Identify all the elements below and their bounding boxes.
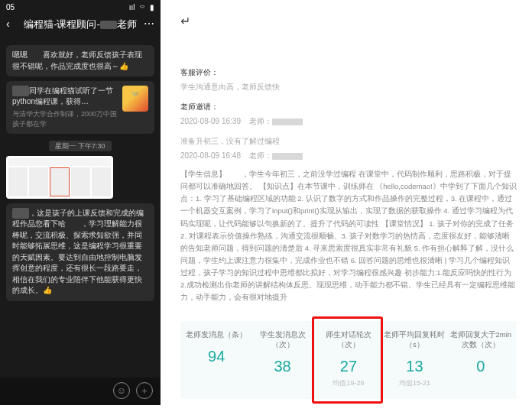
message-list: 嗯嗯 喜欢就好，老师反馈孩子表现很不错呢，作品完成度也很高～👍 xx同学在编程猫… [0, 37, 161, 378]
stat-sub: 均值15-21 [381, 378, 447, 388]
wifi-icon: ⌔ [140, 3, 144, 11]
chat-bubble[interactable]: 嗯嗯 喜欢就好，老师反馈孩子表现很不错呢，作品完成度也很高～👍 [6, 45, 154, 76]
stat-value: 38 [249, 358, 315, 375]
emoji-button[interactable]: ☺ [113, 382, 130, 399]
note-line-1: 准备升初三，没有了解过编程 [180, 135, 517, 148]
smile-icon: ☺ [117, 385, 126, 396]
chat-title-prefix: 编程猫-课程顾问- [24, 18, 100, 30]
stat-value: 13 [381, 358, 447, 375]
stat-head: 师生对话轮次（次） [316, 330, 381, 350]
phone-status-bar: 05 ııl ⌔ ▮ [0, 0, 161, 13]
image-message[interactable] [6, 156, 113, 199]
chat-title-suffix: 老师 [117, 18, 137, 30]
shared-link-card[interactable]: xx同学在编程猫试听了一节 python编程课，获得… 与清华大学合作制课，20… [6, 81, 154, 134]
customer-review-section: 客服评价： 学生沟通意向高，老师反馈快 [180, 67, 517, 93]
teacher-report-panel: ↵ 客服评价： 学生沟通意向高，老师反馈快 老师邀请： 2020-08-09 1… [161, 0, 532, 412]
note-time: 2020-08-09 16:48 [180, 151, 241, 160]
stat-head: 老师发消息（条） [183, 330, 249, 340]
teacher-label: 老师： [249, 151, 272, 160]
chat-input-bar: ☺ ＋ [0, 378, 161, 405]
feedback-paragraph: 【学生信息】 ，学生今年初三，之前没学过编程 在课堂中，代码制作顺利，思路积极，… [180, 168, 517, 304]
stat-cell: 老师发消息（条） 94 [183, 330, 249, 388]
redacted-name: xx [12, 86, 29, 96]
teacher-label: 老师： [249, 117, 272, 125]
invite-label: 老师邀请： [180, 102, 219, 111]
review-label: 客服评价： [180, 68, 219, 76]
redacted-name [272, 153, 303, 160]
stat-head: 学生发消息次（次） [249, 330, 315, 350]
status-time: 05 [6, 3, 15, 11]
chat-header: ‹ 编程猫-课程顾问-xx老师 ⋯ [0, 13, 161, 37]
bubble-text: ，这是孩子的上课反馈和完成的编程作品您看下哈 ，学习理解能力很棒呢，交流积极、探… [12, 209, 144, 295]
stat-value: 0 [448, 358, 514, 375]
review-text: 学生沟通意向高，老师反馈快 [180, 81, 517, 93]
stat-head: 老师回复大于2min次数（次） [448, 330, 514, 350]
stat-value: 94 [183, 348, 249, 365]
status-icons: ııl ⌔ ▮ [126, 3, 154, 11]
redacted-name [272, 118, 303, 125]
more-icon[interactable]: ⋯ [144, 18, 154, 30]
stat-cell: 老师平均回复耗时（s） 13 均值15-21 [381, 330, 447, 388]
chat-bubble[interactable]: xx，这是孩子的上课反馈和完成的编程作品您看下哈 ，学习理解能力很棒呢，交流积极… [6, 203, 154, 301]
medal-icon: 🏅 [122, 86, 148, 112]
invite-time: 2020-08-09 16:39 [180, 117, 241, 125]
plus-icon: ＋ [140, 384, 149, 397]
stat-value: 27 [316, 358, 381, 375]
back-icon[interactable]: ‹ [6, 18, 10, 30]
return-icon: ↵ [180, 14, 517, 28]
stat-cell: 师生对话轮次（次） 27 均值19-26 [316, 330, 381, 388]
plus-button[interactable]: ＋ [136, 382, 153, 399]
stat-head: 老师平均回复耗时（s） [381, 330, 447, 350]
stats-table: 老师发消息（条） 94 学生发消息次（次） 38 师生对话轮次（次） 27 均值… [180, 321, 517, 399]
wechat-chat-screenshot: 05 ııl ⌔ ▮ ‹ 编程猫-课程顾问-xx老师 ⋯ 嗯嗯 喜欢就好，老师反… [0, 0, 161, 405]
student-notes-section: 准备升初三，没有了解过编程 2020-08-09 16:48 老师： 【学生信息… [180, 135, 517, 304]
timestamp-text: 星期一 下午7:30 [49, 141, 111, 151]
stat-cell: 学生发消息次（次） 38 [249, 330, 315, 388]
battery-icon: ▮ [150, 3, 154, 11]
redacted-name: xx [12, 208, 29, 219]
stat-sub: 均值19-26 [316, 378, 381, 388]
redacted-name: xx [100, 21, 117, 29]
card-subtitle: 与清华大学合作制课，2000万中国孩子都在学 [12, 109, 118, 128]
signal-icon: ııl [129, 3, 135, 11]
timestamp-divider: 星期一 下午7:30 [5, 140, 156, 151]
bubble-text: 嗯嗯 喜欢就好，老师反馈孩子表现很不错呢，作品完成度也很高～👍 [12, 50, 142, 70]
stat-cell: 老师回复大于2min次数（次） 0 [448, 330, 514, 388]
teacher-invite-section: 老师邀请： 2020-08-09 16:39 老师： [180, 101, 517, 128]
